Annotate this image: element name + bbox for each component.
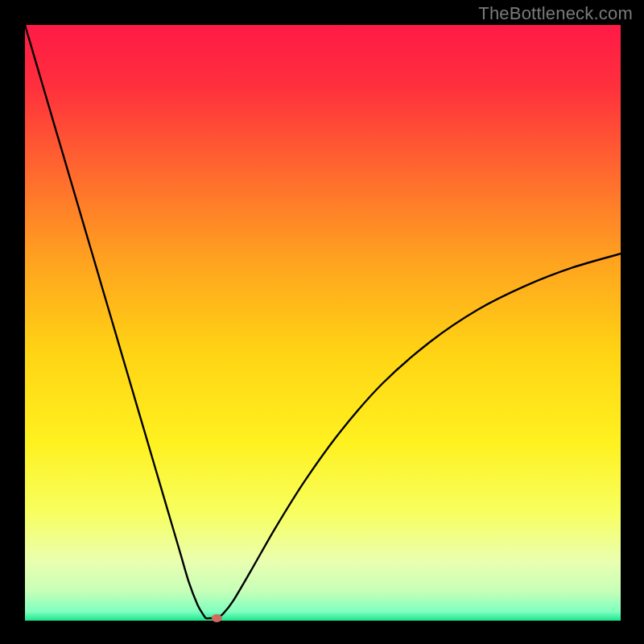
chart-container: TheBottleneck.com [0,0,644,644]
plot-background-gradient [25,25,621,621]
bottleneck-chart [0,0,644,644]
optimal-point-marker [212,614,222,622]
watermark-text: TheBottleneck.com [478,3,633,24]
